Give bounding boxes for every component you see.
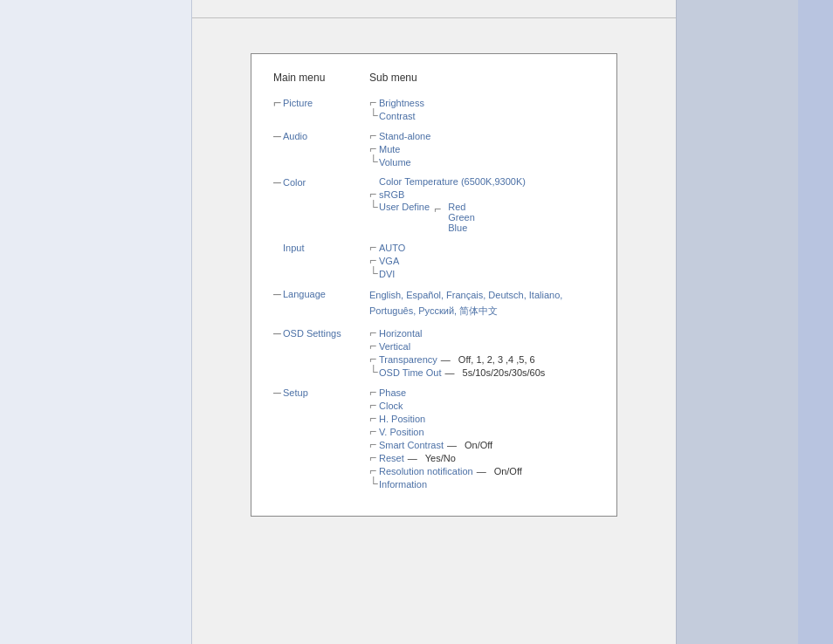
bracket-ud: ⌐	[434, 202, 441, 216]
list-item: ⌐ Brightness	[369, 97, 595, 108]
bracket-audio: –	[273, 129, 280, 143]
section-color: – Color Color Temperature (6500K,9300K) …	[273, 176, 595, 235]
list-item: ⌐ Clock	[369, 400, 595, 411]
section-input: Input ⌐ AUTO ⌐ VGA └ DVI	[273, 242, 595, 281]
label-setup: – Setup	[273, 387, 369, 400]
dash: —	[477, 466, 486, 476]
label-audio: – Audio	[273, 130, 369, 143]
list-item: ⌐ Phase	[369, 387, 595, 398]
dash: —	[441, 354, 451, 365]
label-language: – Language	[273, 288, 369, 301]
label-picture: ⌐ Picture	[273, 97, 369, 110]
user-define-row: └ User Define ⌐ Red Green Blue	[369, 202, 595, 233]
bracket: ⌐	[369, 142, 376, 154]
bracket: ⌐	[369, 96, 376, 108]
list-item: └ Contrast	[369, 110, 595, 121]
list-item: └ Volume	[369, 156, 595, 168]
bracket: └	[369, 155, 376, 168]
list-item: └ OSD Time Out — 5s/10s/20s/30s/60s	[369, 367, 595, 378]
menu-box: Main menu Sub menu ⌐ Picture ⌐ Brightnes…	[251, 53, 617, 517]
list-item: Green	[448, 212, 475, 223]
list-item: ⌐ sRGB	[369, 188, 595, 200]
list-item: Color Temperature (6500K,9300K)	[369, 176, 595, 187]
list-item: English, Español, Français, Deutsch, Ita…	[369, 288, 595, 319]
bracket: ⌐	[369, 241, 376, 253]
menu-headers: Main menu Sub menu	[273, 72, 595, 84]
sub-items-setup: ⌐ Phase ⌐ Clock ⌐ H. Position ⌐ V. Posit…	[369, 387, 595, 491]
list-item: ⌐ Horizontal	[369, 327, 595, 339]
sub-items-input: ⌐ AUTO ⌐ VGA └ DVI	[369, 242, 595, 281]
bracket: └	[369, 366, 376, 378]
bracket: ⌐	[369, 326, 376, 339]
bracket: ⌐	[369, 412, 376, 424]
list-item: ⌐ Stand-alone	[369, 130, 595, 141]
section-picture: ⌐ Picture ⌐ Brightness └ Contrast	[273, 97, 595, 123]
bracket: ⌐	[369, 399, 376, 411]
list-item: Red	[448, 202, 475, 212]
list-item: └ Information	[369, 478, 595, 490]
list-item: ⌐ Reset — Yes/No	[369, 452, 595, 463]
divider	[192, 17, 676, 18]
main-menu-header: Main menu	[273, 72, 369, 84]
list-item: ⌐ Mute	[369, 143, 595, 154]
bracket: └	[369, 267, 376, 279]
bracket: └	[369, 201, 376, 213]
bracket-setup: –	[273, 386, 280, 400]
bracket: ⌐	[369, 129, 376, 141]
label-input: Input	[273, 242, 369, 253]
list-item: Blue	[448, 223, 475, 233]
section-audio: – Audio ⌐ Stand-alone ⌐ Mute └ Volume	[273, 130, 595, 169]
bracket-color: –	[273, 175, 280, 189]
dash: —	[408, 453, 417, 463]
bracket: ⌐	[369, 464, 376, 476]
bracket: ⌐	[369, 386, 376, 398]
section-setup: – Setup ⌐ Phase ⌐ Clock ⌐ H. Position ⌐	[273, 387, 595, 491]
right-panel-inner	[798, 0, 833, 644]
section-language: – Language English, Español, Français, D…	[273, 288, 595, 320]
left-panel	[0, 0, 192, 644]
list-item: ⌐ H. Position	[369, 413, 595, 424]
bracket: └	[369, 477, 376, 490]
dash: —	[447, 440, 457, 450]
list-item: ⌐ Resolution notification — On/Off	[369, 465, 595, 476]
main-content: Main menu Sub menu ⌐ Picture ⌐ Brightnes…	[192, 0, 676, 644]
list-item: ⌐ Smart Contrast — On/Off	[369, 439, 595, 450]
sub-items-color: Color Temperature (6500K,9300K) ⌐ sRGB └…	[369, 176, 595, 235]
list-item: ⌐ VGA	[369, 255, 595, 266]
bracket-osd: –	[273, 326, 280, 340]
sub-menu-header: Sub menu	[369, 72, 417, 84]
bracket: ⌐	[369, 438, 376, 450]
bracket: ⌐	[369, 353, 376, 365]
bracket: ⌐	[369, 254, 376, 266]
list-item: ⌐ Vertical	[369, 340, 595, 352]
bracket-picture: ⌐	[273, 96, 280, 110]
label-osd: – OSD Settings	[273, 327, 369, 340]
list-item: ⌐ V. Position	[369, 426, 595, 437]
bracket: └	[369, 109, 376, 121]
list-item: ⌐ Transparency — Off, 1, 2, 3 ,4 ,5, 6	[369, 353, 595, 365]
user-define-sub: Red Green Blue	[448, 202, 475, 233]
bracket: ⌐	[369, 451, 376, 463]
list-item: ⌐ AUTO	[369, 242, 595, 253]
sub-items-osd: ⌐ Horizontal ⌐ Vertical ⌐ Transparency —…	[369, 327, 595, 380]
bracket: ⌐	[369, 425, 376, 437]
section-osd: – OSD Settings ⌐ Horizontal ⌐ Vertical ⌐…	[273, 327, 595, 380]
bracket-language: –	[273, 287, 280, 301]
bracket: ⌐	[369, 188, 376, 200]
sub-items-picture: ⌐ Brightness └ Contrast	[369, 97, 595, 123]
dash: —	[445, 367, 455, 378]
right-panel	[676, 0, 833, 644]
label-color: – Color	[273, 176, 369, 189]
list-item: └ DVI	[369, 268, 595, 279]
bracket: ⌐	[369, 339, 376, 352]
sub-items-language: English, Español, Français, Deutsch, Ita…	[369, 288, 595, 320]
sub-items-audio: ⌐ Stand-alone ⌐ Mute └ Volume	[369, 130, 595, 169]
